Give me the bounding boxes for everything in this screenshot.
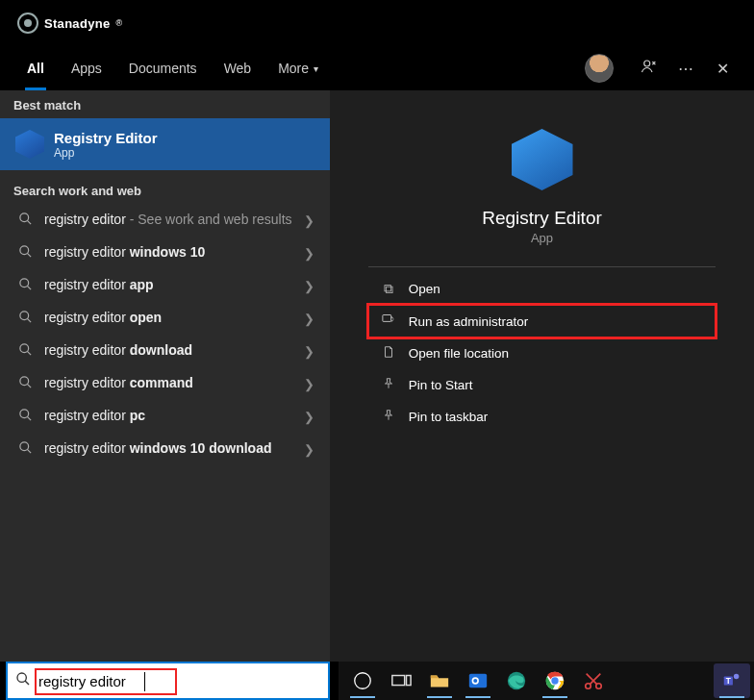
pin-taskbar-icon <box>378 409 399 425</box>
search-icon <box>13 408 37 425</box>
text-cursor <box>144 672 145 691</box>
taskbar-snip[interactable] <box>575 663 612 698</box>
section-search-work-web: Search work and web <box>0 170 330 204</box>
suggestion-text: registry editor download <box>44 342 304 360</box>
search-input[interactable] <box>38 673 328 689</box>
taskbar-cortana[interactable] <box>344 663 381 698</box>
suggestion-text: registry editor windows 10 <box>44 244 304 262</box>
tab-apps[interactable]: Apps <box>58 46 115 90</box>
titlebar: Stanadyne® <box>0 0 754 46</box>
svg-point-11 <box>355 673 371 689</box>
suggestion-text: registry editor windows 10 download <box>44 440 304 458</box>
brand-name: Stanadyne <box>44 16 110 31</box>
svg-point-1 <box>19 213 28 222</box>
search-icon <box>13 277 37 294</box>
section-best-match: Best match <box>0 90 330 118</box>
open-icon: ⧉ <box>378 281 399 297</box>
search-box[interactable] <box>6 662 330 700</box>
feedback-icon[interactable] <box>631 58 667 79</box>
svg-point-0 <box>644 61 650 66</box>
svg-point-16 <box>473 679 477 683</box>
suggestion-item[interactable]: registry editor - See work and web resul… <box>0 204 330 237</box>
results-pane: Best match Registry Editor App Search wo… <box>0 90 754 662</box>
tab-documents[interactable]: Documents <box>115 46 211 90</box>
taskbar-file-explorer[interactable] <box>421 663 458 698</box>
taskbar-teams[interactable]: T <box>714 663 750 698</box>
results-list: Best match Registry Editor App Search wo… <box>0 90 330 662</box>
taskbar: T <box>339 662 754 700</box>
admin-shield-icon <box>378 312 399 330</box>
action-open[interactable]: ⧉ Open <box>368 273 716 305</box>
taskbar-chrome[interactable] <box>537 663 573 698</box>
svg-text:T: T <box>726 677 731 686</box>
chevron-down-icon: ▾ <box>314 63 318 74</box>
svg-rect-9 <box>383 315 391 322</box>
suggestion-item[interactable]: registry editor windows 10❯ <box>0 237 330 269</box>
options-icon[interactable]: ⋯ <box>667 60 704 78</box>
user-avatar[interactable] <box>585 54 614 83</box>
chevron-right-icon[interactable]: ❯ <box>304 442 316 457</box>
best-match-subtitle: App <box>54 146 158 160</box>
tab-all[interactable]: All <box>13 46 58 90</box>
svg-point-4 <box>19 312 28 320</box>
chevron-right-icon[interactable]: ❯ <box>304 246 316 261</box>
svg-rect-12 <box>392 676 405 686</box>
search-icon <box>13 440 37 458</box>
svg-point-3 <box>19 279 28 288</box>
svg-point-10 <box>17 673 26 682</box>
suggestion-text: registry editor app <box>44 277 304 294</box>
suggestion-text: registry editor - See work and web resul… <box>44 212 304 229</box>
svg-rect-13 <box>407 676 412 686</box>
suggestion-item[interactable]: registry editor windows 10 download❯ <box>0 433 330 465</box>
action-pin-to-start[interactable]: Pin to Start <box>368 369 716 401</box>
search-icon <box>13 212 37 229</box>
best-match-title: Registry Editor <box>54 130 158 146</box>
suggestion-item[interactable]: registry editor app❯ <box>0 269 330 302</box>
best-match-item[interactable]: Registry Editor App <box>0 118 330 170</box>
svg-point-5 <box>19 344 28 353</box>
preview-subtitle: App <box>531 231 553 245</box>
chevron-right-icon[interactable]: ❯ <box>304 344 316 359</box>
svg-point-2 <box>19 246 28 255</box>
search-icon <box>13 244 37 262</box>
search-icon <box>13 375 37 392</box>
chevron-right-icon[interactable]: ❯ <box>304 410 316 424</box>
svg-point-6 <box>19 377 28 386</box>
chevron-right-icon[interactable]: ❯ <box>304 213 316 228</box>
taskbar-task-view[interactable] <box>383 663 419 698</box>
brand-logo-icon <box>17 12 38 34</box>
action-run-as-administrator[interactable]: Run as administrator <box>368 305 716 338</box>
suggestion-item[interactable]: registry editor open❯ <box>0 302 330 335</box>
search-icon <box>13 310 37 327</box>
tab-more[interactable]: More▾ <box>264 46 332 90</box>
svg-point-24 <box>734 674 740 680</box>
taskbar-edge[interactable] <box>498 663 535 698</box>
search-icon <box>13 342 37 360</box>
preview-actions: ⧉ Open Run as administrator Open file lo… <box>368 273 716 433</box>
search-icon <box>8 671 38 690</box>
chevron-right-icon[interactable]: ❯ <box>304 377 316 391</box>
chevron-right-icon[interactable]: ❯ <box>304 279 316 293</box>
action-pin-to-taskbar[interactable]: Pin to taskbar <box>368 401 716 433</box>
preview-title: Registry Editor <box>482 208 602 229</box>
pin-start-icon <box>378 377 399 393</box>
suggestion-item[interactable]: registry editor download❯ <box>0 335 330 367</box>
chevron-right-icon[interactable]: ❯ <box>304 312 316 326</box>
brand-logo: Stanadyne® <box>17 12 122 34</box>
svg-point-19 <box>551 677 558 684</box>
taskbar-outlook[interactable] <box>460 663 496 698</box>
search-scope-tabs: All Apps Documents Web More▾ ⋯ ✕ <box>0 46 754 90</box>
suggestion-item[interactable]: registry editor pc❯ <box>0 400 330 433</box>
suggestion-text: registry editor command <box>44 375 304 392</box>
svg-point-8 <box>19 442 28 451</box>
suggestion-item[interactable]: registry editor command❯ <box>0 367 330 400</box>
suggestion-text: registry editor pc <box>44 408 304 425</box>
tab-web[interactable]: Web <box>211 46 265 90</box>
close-icon[interactable]: ✕ <box>704 60 741 78</box>
registry-editor-icon <box>13 128 46 161</box>
svg-point-7 <box>19 410 28 418</box>
action-open-file-location[interactable]: Open file location <box>368 338 716 369</box>
preview-pane: Registry Editor App ⧉ Open Run as admini… <box>330 90 754 662</box>
folder-icon <box>378 345 399 362</box>
brand-reg-mark: ® <box>115 18 122 28</box>
